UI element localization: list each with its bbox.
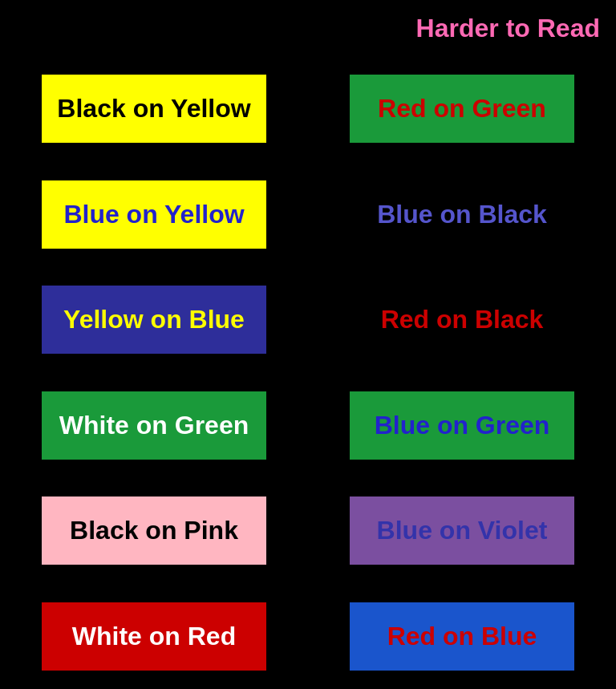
color-box-white-on-green: White on Green — [42, 391, 266, 460]
page-container: Harder to Read Black on YellowRed on Gre… — [0, 0, 616, 689]
cell-blue-on-yellow: Blue on Yellow — [0, 162, 308, 268]
cell-red-on-black: Red on Black — [308, 267, 616, 373]
color-box-blue-on-green: Blue on Green — [350, 391, 574, 460]
color-box-black-on-yellow: Black on Yellow — [42, 75, 266, 143]
cell-red-on-blue: Red on Blue — [308, 584, 616, 690]
cell-black-on-yellow: Black on Yellow — [0, 56, 308, 162]
color-box-red-on-green: Red on Green — [350, 75, 574, 143]
color-box-blue-on-yellow: Blue on Yellow — [42, 180, 266, 249]
text-label-red-on-black: Red on Black — [381, 305, 544, 334]
cell-white-on-green: White on Green — [0, 373, 308, 479]
color-box-blue-on-violet: Blue on Violet — [350, 496, 574, 565]
header-row: Harder to Read — [0, 0, 616, 56]
color-box-red-on-blue: Red on Blue — [350, 602, 574, 671]
color-box-white-on-red: White on Red — [42, 602, 266, 671]
cell-red-on-green: Red on Green — [308, 56, 616, 162]
cell-blue-on-green: Blue on Green — [308, 373, 616, 479]
grid: Black on YellowRed on GreenBlue on Yello… — [0, 56, 616, 689]
cell-yellow-on-blue: Yellow on Blue — [0, 267, 308, 373]
cell-blue-on-violet: Blue on Violet — [308, 478, 616, 584]
color-box-yellow-on-blue: Yellow on Blue — [42, 286, 266, 354]
cell-blue-on-black: Blue on Black — [308, 162, 616, 268]
cell-black-on-pink: Black on Pink — [0, 478, 308, 584]
text-label-blue-on-black: Blue on Black — [377, 200, 547, 229]
header-title: Harder to Read — [416, 14, 600, 43]
color-box-black-on-pink: Black on Pink — [42, 496, 266, 565]
cell-white-on-red: White on Red — [0, 584, 308, 690]
